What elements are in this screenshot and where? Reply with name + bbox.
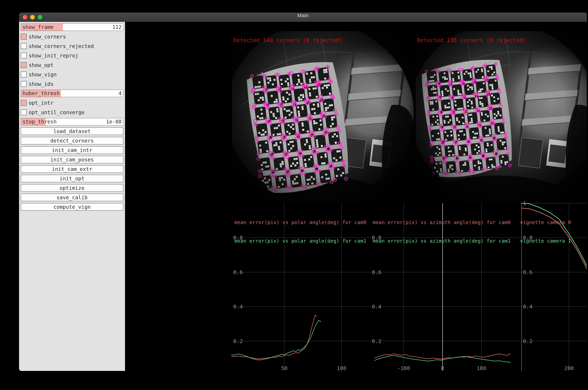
svg-text:50: 50 [281,365,287,371]
button-detect_corners[interactable]: detect_corners [21,137,123,145]
svg-text:0.4: 0.4 [233,303,243,310]
button-label: load_dataset [53,128,91,134]
button-optimize[interactable]: optimize [21,184,123,192]
button-load_dataset[interactable]: load_dataset [21,127,123,135]
button-label: compute_vign [53,204,91,210]
slider-huber_thresh[interactable]: huber_thresh4 [21,90,123,97]
checkbox-show_ids[interactable]: show_ids [21,80,123,88]
legend-entry-cam1: vignette camera 1 [520,238,571,244]
azimuth-plot-legend: mean error(pix) vs azimuth angle(deg) fo… [373,207,510,256]
checkbox-label: show_corners [29,34,66,40]
checkbox-opt_intr[interactable]: opt_intr [21,99,123,107]
checkbox-show_vign[interactable]: show_vign [21,71,123,78]
checkbox-box[interactable] [21,72,27,77]
checkbox-box[interactable] [21,109,27,115]
svg-text:200: 200 [564,365,574,371]
svg-text:-100: -100 [397,365,410,371]
checkbox-box[interactable] [21,81,27,87]
svg-text:0.6: 0.6 [523,269,533,275]
checkbox-show_corners[interactable]: show_corners [21,33,123,40]
camera-1-status: Detected 136 corners (0 rejected) [417,37,526,44]
slider-value: 1e-08 [106,118,121,125]
svg-text:0.6: 0.6 [372,269,381,275]
legend-entry-cam0: mean error(pix) vs polar angle(deg) for … [235,219,366,225]
checkbox-box[interactable] [21,53,27,58]
svg-text:0.4: 0.4 [523,303,533,310]
button-label: optimize [60,185,84,191]
slider-label: huber_thresh [23,90,60,97]
camera-1-view [416,31,587,204]
slider-value: 4 [118,90,121,97]
svg-text:0.2: 0.2 [372,338,381,344]
svg-text:100: 100 [477,365,486,371]
checkbox-box[interactable] [21,34,27,40]
slider-label: stop_thresh [23,118,57,125]
checkbox-show_corners_rejected[interactable]: show_corners_rejected [21,42,123,50]
checkbox-label: opt_until_converge [29,109,84,115]
checkbox-label: show_ids [29,81,54,87]
slider-show_frame[interactable]: show_frame112 [21,23,123,31]
button-label: init_cam_extr [52,166,92,172]
button-label: detect_corners [50,138,94,144]
checkbox-label: show_opt [29,62,54,68]
checkbox-show_init_reproj[interactable]: show_init_reproj [21,52,123,59]
slider-label: show_frame [23,24,54,31]
checkbox-box[interactable] [21,62,27,68]
button-save_calib[interactable]: save_calib [21,194,123,201]
title-bar: Main [19,12,587,22]
checkbox-box[interactable] [21,43,27,49]
slider-value: 112 [112,24,121,31]
legend-entry-cam0: vignette camera 0 [520,219,571,225]
window-title: Main [19,12,587,22]
button-init_cam_intr[interactable]: init_cam_intr [21,146,123,154]
polar-plot-legend: mean error(pix) vs polar angle(deg) for … [235,207,366,256]
button-label: init_cam_poses [50,157,94,163]
button-init_opt[interactable]: init_opt [21,175,123,182]
vignette-plot-legend: vignette camera 0 vignette camera 1 [520,207,571,256]
svg-text:0: 0 [441,365,444,371]
button-init_cam_extr[interactable]: init_cam_extr [21,165,123,173]
checkbox-label: show_corners_rejected [29,43,94,49]
button-init_cam_poses[interactable]: init_cam_poses [21,156,123,163]
button-label: init_cam_intr [52,147,92,153]
svg-text:100: 100 [337,365,346,371]
legend-entry-cam1: mean error(pix) vs azimuth angle(deg) fo… [373,238,510,244]
checkbox-label: opt_intr [29,100,54,106]
main-view: Detected 140 corners (0 rejected) Detect… [125,22,587,371]
camera-0-view [232,31,415,204]
checkbox-opt_until_converge[interactable]: opt_until_converge [21,108,123,116]
checkbox-box[interactable] [21,100,27,106]
checkbox-label: show_init_reproj [29,53,78,59]
svg-text:0.4: 0.4 [372,303,381,310]
checkbox-show_opt[interactable]: show_opt [21,61,123,69]
legend-entry-cam0: mean error(pix) vs azimuth angle(deg) fo… [373,219,510,225]
svg-text:0.2: 0.2 [523,338,533,344]
camera-0-status: Detected 140 corners (0 rejected) [233,37,342,44]
checkbox-label: show_vign [29,72,57,78]
button-label: save_calib [56,195,88,200]
button-label: init_opt [60,176,84,182]
button-compute_vign[interactable]: compute_vign [21,203,123,211]
main-window: Main show_frame112show_cornersshow_corne… [19,12,587,371]
svg-text:0.2: 0.2 [233,338,243,344]
legend-entry-cam1: mean error(pix) vs polar angle(deg) for … [235,238,366,244]
control-sidebar: show_frame112show_cornersshow_corners_re… [19,22,125,371]
svg-text:0.6: 0.6 [233,269,243,275]
slider-stop_thresh[interactable]: stop_thresh1e-08 [21,118,123,126]
